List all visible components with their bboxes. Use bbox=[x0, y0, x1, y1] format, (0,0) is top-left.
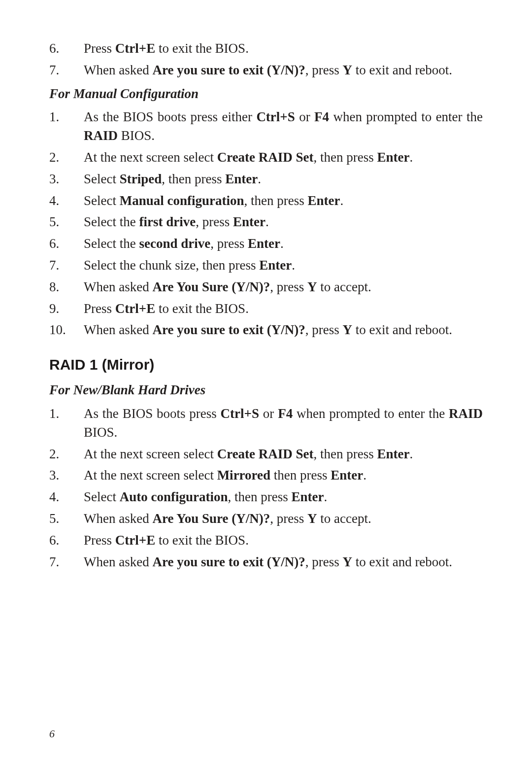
list-item: 6.Select the second drive, press Enter. bbox=[49, 235, 483, 253]
list-text: At the next screen select Mirrored then … bbox=[84, 466, 483, 485]
list-text: Select Striped, then press Enter. bbox=[84, 170, 483, 189]
list-number: 2. bbox=[49, 445, 84, 464]
list-item: 10.When asked Are you sure to exit (Y/N)… bbox=[49, 321, 483, 340]
list-text: When asked Are you sure to exit (Y/N)?, … bbox=[84, 321, 483, 340]
list-text: When asked Are you sure to exit (Y/N)?, … bbox=[84, 61, 483, 80]
list-item: 5.When asked Are You Sure (Y/N)?, press … bbox=[49, 510, 483, 528]
list-number: 7. bbox=[49, 553, 84, 572]
list-text: As the BIOS boots press either Ctrl+S or… bbox=[84, 108, 483, 145]
raid1-subheading: For New/Blank Hard Drives bbox=[49, 381, 483, 400]
list-item: 8.When asked Are You Sure (Y/N)?, press … bbox=[49, 278, 483, 297]
list-item: 7.When asked Are you sure to exit (Y/N)?… bbox=[49, 61, 483, 80]
list-item: 7.Select the chunk size, then press Ente… bbox=[49, 256, 483, 275]
page-number: 6 bbox=[49, 727, 55, 740]
list-number: 8. bbox=[49, 278, 84, 297]
list-number: 6. bbox=[49, 235, 84, 253]
list-item: 4.Select Auto configuration, then press … bbox=[49, 488, 483, 507]
manual-config-list: 1.As the BIOS boots press either Ctrl+S … bbox=[49, 108, 483, 340]
list-text: When asked Are you sure to exit (Y/N)?, … bbox=[84, 553, 483, 572]
list-text: When asked Are You Sure (Y/N)?, press Y … bbox=[84, 278, 483, 297]
list-item: 6.Press Ctrl+E to exit the BIOS. bbox=[49, 531, 483, 550]
list-text: Press Ctrl+E to exit the BIOS. bbox=[84, 300, 483, 318]
list-text: Select Auto configuration, then press En… bbox=[84, 488, 483, 507]
list-number: 6. bbox=[49, 531, 84, 550]
list-item: 6.Press Ctrl+E to exit the BIOS. bbox=[49, 39, 483, 58]
list-text: At the next screen select Create RAID Se… bbox=[84, 445, 483, 464]
list-number: 4. bbox=[49, 192, 84, 210]
list-item: 9.Press Ctrl+E to exit the BIOS. bbox=[49, 300, 483, 318]
list-number: 4. bbox=[49, 488, 84, 507]
list-item: 1.As the BIOS boots press Ctrl+S or F4 w… bbox=[49, 405, 483, 442]
list-text: As the BIOS boots press Ctrl+S or F4 whe… bbox=[84, 405, 483, 442]
list-number: 1. bbox=[49, 108, 84, 145]
list-text: Select the chunk size, then press Enter. bbox=[84, 256, 483, 275]
list-text: When asked Are You Sure (Y/N)?, press Y … bbox=[84, 510, 483, 528]
list-item: 3.Select Striped, then press Enter. bbox=[49, 170, 483, 189]
list-number: 3. bbox=[49, 466, 84, 485]
list-item: 5.Select the first drive, press Enter. bbox=[49, 213, 483, 232]
list-item: 4.Select Manual configuration, then pres… bbox=[49, 192, 483, 210]
list-item: 1.As the BIOS boots press either Ctrl+S … bbox=[49, 108, 483, 145]
list-item: 7.When asked Are you sure to exit (Y/N)?… bbox=[49, 553, 483, 572]
list-text: Select the second drive, press Enter. bbox=[84, 235, 483, 253]
list-text: Press Ctrl+E to exit the BIOS. bbox=[84, 531, 483, 550]
list-text: Press Ctrl+E to exit the BIOS. bbox=[84, 39, 483, 58]
list-number: 1. bbox=[49, 405, 84, 442]
list-number: 2. bbox=[49, 148, 84, 167]
list-text: At the next screen select Create RAID Se… bbox=[84, 148, 483, 167]
list-text: Select Manual configuration, then press … bbox=[84, 192, 483, 210]
page-content: 6.Press Ctrl+E to exit the BIOS.7.When a… bbox=[49, 39, 483, 571]
list-item: 2.At the next screen select Create RAID … bbox=[49, 445, 483, 464]
list-item: 2.At the next screen select Create RAID … bbox=[49, 148, 483, 167]
top-continued-list: 6.Press Ctrl+E to exit the BIOS.7.When a… bbox=[49, 39, 483, 80]
list-number: 10. bbox=[49, 321, 84, 340]
list-number: 3. bbox=[49, 170, 84, 189]
list-number: 5. bbox=[49, 510, 84, 528]
list-number: 5. bbox=[49, 213, 84, 232]
list-number: 6. bbox=[49, 39, 84, 58]
list-number: 7. bbox=[49, 256, 84, 275]
list-number: 7. bbox=[49, 61, 84, 80]
raid1-list: 1.As the BIOS boots press Ctrl+S or F4 w… bbox=[49, 405, 483, 571]
manual-config-heading: For Manual Configuration bbox=[49, 85, 483, 104]
list-item: 3.At the next screen select Mirrored the… bbox=[49, 466, 483, 485]
list-text: Select the first drive, press Enter. bbox=[84, 213, 483, 232]
list-number: 9. bbox=[49, 300, 84, 318]
raid1-section-heading: RAID 1 (Mirror) bbox=[49, 354, 483, 375]
